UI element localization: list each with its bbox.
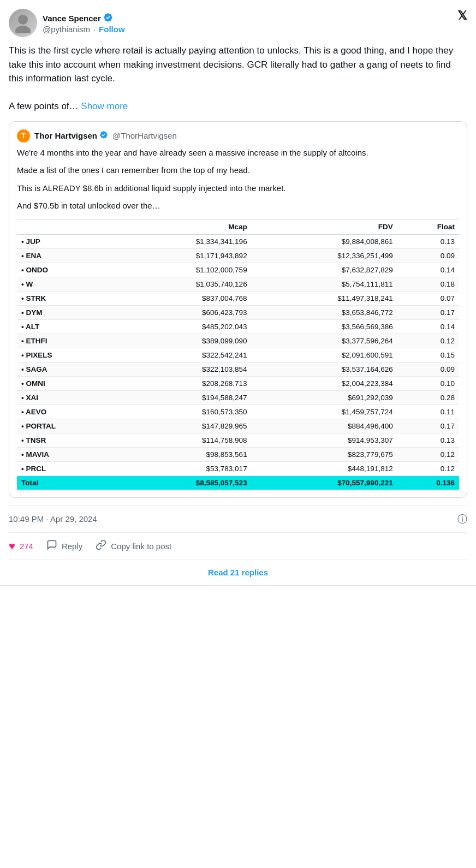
quoted-tweet[interactable]: T Thor Hartvigsen @ThorHartvigsen We're … (9, 121, 467, 498)
copy-link-icon (96, 539, 106, 553)
table-row: • STRK$837,004,768$11,497,318,2410.07 (17, 291, 459, 305)
table-row: • PRCL$53,783,017$448,191,8120.12 (17, 461, 459, 475)
col-header-mcap: Mcap (115, 219, 252, 234)
quoted-display-name: Thor Hartvigsen (34, 130, 108, 141)
x-logo-icon: 𝕏 (457, 9, 467, 23)
user-info: Vance Spencer @pythianism · Follow (43, 13, 125, 34)
heart-icon: ♥ (9, 540, 15, 552)
quoted-avatar: T (17, 129, 30, 142)
table-row: • XAI$194,588,247$691,292,0390.28 (17, 390, 459, 405)
table-row: • JUP$1,334,341,196$9,884,008,8610.13 (17, 234, 459, 248)
svg-point-0 (18, 15, 28, 25)
tweet-header-left: Vance Spencer @pythianism · Follow (9, 9, 125, 37)
table-row: • ALT$485,202,043$3,566,569,3860.14 (17, 319, 459, 334)
table-total-row: Total$8,585,057,523$70,557,990,2210.136 (17, 475, 459, 490)
read-replies-link[interactable]: Read 21 replies (208, 568, 268, 577)
table-row: • ONDO$1,102,000,759$7,632,827,8290.14 (17, 263, 459, 277)
quoted-header: T Thor Hartvigsen @ThorHartvigsen (17, 129, 459, 142)
like-button[interactable]: ♥ 274 (9, 540, 33, 552)
tweet-timestamp: 10:49 PM · Apr 29, 2024 ⓘ (9, 506, 467, 532)
tweet-header: Vance Spencer @pythianism · Follow 𝕏 (9, 9, 467, 37)
tweet-body: This is the first cycle where retail is … (9, 44, 467, 114)
table-row: • ENA$1,171,943,892$12,336,251,4990.09 (17, 248, 459, 263)
data-table: Mcap FDV Float • JUP$1,334,341,196$9,884… (17, 219, 459, 490)
likes-count: 274 (20, 542, 33, 551)
read-replies[interactable]: Read 21 replies (9, 560, 467, 585)
quoted-para-1: We're 4 months into the year and have al… (17, 147, 459, 159)
quoted-username: @ThorHartvigsen (112, 131, 177, 140)
quoted-verified-icon (99, 130, 108, 141)
avatar[interactable] (9, 9, 37, 37)
reply-button[interactable]: Reply (46, 539, 82, 553)
svg-point-1 (15, 26, 31, 33)
reply-label: Reply (62, 542, 82, 551)
table-row: • PIXELS$322,542,241$2,091,600,5910.15 (17, 348, 459, 362)
col-header-float: Float (397, 219, 459, 234)
col-header-fdv: FDV (252, 219, 397, 234)
reply-icon (46, 539, 57, 553)
username-follow: @pythianism · Follow (43, 25, 125, 34)
quoted-para-3: This is ALREADY $8.6b in additional liqu… (17, 182, 459, 195)
quoted-para-2: Made a list of the ones I can remember f… (17, 164, 459, 177)
dot-separator: · (93, 25, 96, 34)
verified-icon (103, 13, 113, 25)
table-row: • AEVO$160,573,350$1,459,757,7240.11 (17, 405, 459, 419)
quoted-para-4: And $70.5b in total unlocked over the… (17, 200, 459, 212)
table-row: • ETHFI$389,099,090$3,377,596,2640.12 (17, 334, 459, 348)
table-row: • TNSR$114,758,908$914,953,3070.13 (17, 433, 459, 447)
quoted-body: We're 4 months into the year and have al… (17, 147, 459, 212)
table-row: • OMNI$208,268,713$2,004,223,3840.10 (17, 376, 459, 390)
table-row: • W$1,035,740,126$5,754,111,8110.18 (17, 277, 459, 291)
info-icon[interactable]: ⓘ (457, 513, 467, 526)
username: @pythianism (43, 25, 90, 34)
tweet-actions: ♥ 274 Reply Copy link to post (9, 532, 467, 560)
table-row: • SAGA$322,103,854$3,537,164,6260.09 (17, 362, 459, 376)
col-header-token (17, 219, 115, 234)
table-row: • PORTAL$147,829,965$884,496,4000.17 (17, 419, 459, 433)
table-row: • DYM$606,423,793$3,653,846,7720.17 (17, 305, 459, 319)
follow-button[interactable]: Follow (99, 25, 125, 34)
copy-link-label: Copy link to post (111, 542, 171, 551)
copy-link-button[interactable]: Copy link to post (96, 539, 171, 553)
tweet-card: Vance Spencer @pythianism · Follow 𝕏 Thi… (0, 0, 476, 586)
table-row: • MAVIA$98,853,561$823,779,6750.12 (17, 447, 459, 461)
show-more-link[interactable]: Show more (81, 101, 128, 111)
display-name: Vance Spencer (43, 13, 125, 25)
